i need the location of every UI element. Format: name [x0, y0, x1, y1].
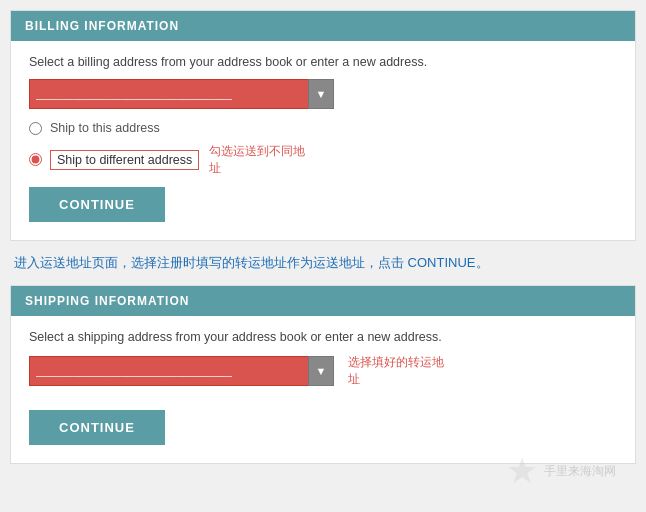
ship-diff-radio[interactable]: [29, 153, 42, 166]
billing-body: Select a billing address from your addre…: [11, 41, 635, 240]
shipping-body: Select a shipping address from your addr…: [11, 316, 635, 463]
ship-same-radio[interactable]: [29, 122, 42, 135]
billing-description: Select a billing address from your addre…: [29, 55, 617, 69]
billing-annotation: 勾选运送到不同地址: [209, 143, 309, 177]
ship-same-label[interactable]: Ship to this address: [50, 121, 160, 135]
billing-header: BILLING INFORMATION: [11, 11, 635, 41]
shipping-annotation: 选择填好的转运地址: [348, 354, 448, 388]
billing-section: BILLING INFORMATION Select a billing add…: [10, 10, 636, 241]
billing-header-label: BILLING INFORMATION: [25, 19, 179, 33]
billing-ship-same-row: Ship to this address: [29, 121, 617, 135]
watermark-text: 手里来海淘网: [544, 463, 616, 480]
shipping-description: Select a shipping address from your addr…: [29, 330, 617, 344]
shipping-address-select[interactable]: ________________________________: [29, 356, 309, 386]
billing-continue-button[interactable]: CONTINUE: [29, 187, 165, 222]
shipping-header: SHIPPING INFORMATION: [11, 286, 635, 316]
billing-ship-diff-row: Ship to different address: [29, 150, 199, 170]
shipping-header-label: SHIPPING INFORMATION: [25, 294, 189, 308]
shipping-section: SHIPPING INFORMATION Select a shipping a…: [10, 285, 636, 464]
instruction-text: 进入运送地址页面，选择注册时填写的转运地址作为运送地址，点击 CONTINUE。: [14, 253, 632, 274]
billing-dropdown-arrow[interactable]: ▼: [308, 79, 334, 109]
shipping-dropdown-row: ________________________________ ▼ 选择填好的…: [29, 354, 617, 388]
billing-dropdown-row: ________________________________ ▼: [29, 79, 617, 109]
shipping-dropdown-arrow[interactable]: ▼: [308, 356, 334, 386]
billing-ship-diff-container: Ship to different address 勾选运送到不同地址: [29, 143, 617, 177]
shipping-continue-button[interactable]: CONTINUE: [29, 410, 165, 445]
ship-diff-label[interactable]: Ship to different address: [50, 150, 199, 170]
billing-address-select[interactable]: ________________________________: [29, 79, 309, 109]
